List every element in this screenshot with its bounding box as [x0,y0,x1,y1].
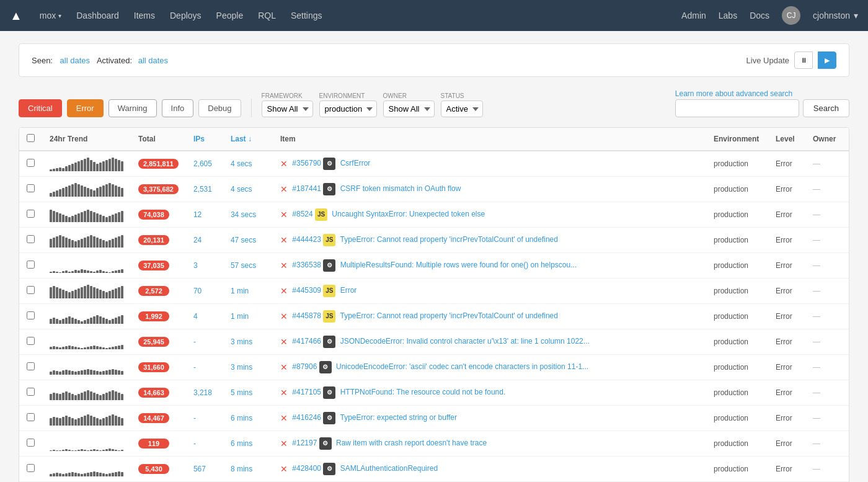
item-link[interactable]: #187441 [292,184,321,193]
learn-more-link[interactable]: Learn more about advanced search [675,89,849,98]
total-cell: 1,992 [131,304,186,329]
owner-select[interactable]: Show All [383,100,435,117]
row-checkbox[interactable] [27,337,35,345]
nav-people[interactable]: People [216,11,244,20]
trend-bar-segment [84,391,86,400]
user-menu[interactable]: cjohnston ▾ [813,11,858,20]
trend-bar-segment [68,417,71,426]
item-link[interactable]: #356790 [292,159,321,167]
filter-warning[interactable]: Warning [108,99,157,117]
row-checkbox[interactable] [27,235,35,243]
filter-critical[interactable]: Critical [19,99,62,117]
row-checkbox[interactable] [27,184,35,192]
nav-deploys[interactable]: Deploys [170,11,202,20]
brand-name[interactable]: mox ▾ [40,11,61,20]
framework-select[interactable]: Show All [262,100,313,117]
pause-button[interactable]: ⏸ [794,51,813,69]
environment-cell: production [706,380,768,406]
item-name-link[interactable]: CsrfError [340,159,371,167]
seen-value[interactable]: all dates [60,56,90,65]
item-platform-icon: ⚙ [319,361,332,373]
trend-cell [42,177,131,202]
item-name-link[interactable]: TypeError: Cannot read property 'incrPre… [340,235,557,244]
nav-rql[interactable]: RQL [258,11,276,20]
play-button[interactable]: ▶ [818,51,836,69]
filter-debug[interactable]: Debug [198,99,241,117]
status-select[interactable]: Active [441,100,483,117]
row-checkbox[interactable] [27,388,35,396]
nav-docs[interactable]: Docs [750,11,769,20]
item-platform-icon: JS [323,285,335,297]
trend-bar-segment [56,393,58,400]
item-name-link[interactable]: Raw item with crash report doesn't have … [336,439,487,447]
row-checkbox[interactable] [27,159,35,167]
error-icon: ✕ [280,311,288,321]
item-link[interactable]: #416246 [292,413,321,422]
header-last[interactable]: Last ↓ [223,128,273,151]
search-input[interactable] [675,99,799,117]
select-all-checkbox[interactable] [27,134,35,142]
level-cell: Error [768,253,805,279]
nav-settings[interactable]: Settings [291,11,322,20]
item-cell: ✕ #12197 ⚙ Raw item with crash report do… [273,431,706,457]
owner-value: — [813,261,820,270]
item-link[interactable]: #428400 [292,464,321,473]
row-checkbox[interactable] [27,464,35,472]
row-checkbox[interactable] [27,413,35,421]
item-link[interactable]: #417466 [292,337,321,346]
row-checkbox[interactable] [27,261,35,269]
row-checkbox[interactable] [27,286,35,294]
last-cell: 5 mins [223,380,273,406]
filter-info[interactable]: Info [162,99,194,117]
trend-bar-segment [115,270,117,273]
trend-bar-segment [53,473,55,476]
item-name-link[interactable]: Uncaught SyntaxError: Unexpected token e… [332,210,485,218]
item-name-link[interactable]: JSONDecodeError: Invalid control charact… [340,337,590,346]
item-name-link[interactable]: Error [340,286,357,295]
trend-bar-segment [56,190,58,197]
row-checkbox[interactable] [27,210,35,218]
item-name-link[interactable]: TypeError: Cannot read property 'incrPre… [340,311,557,320]
nav-items[interactable]: Items [134,11,155,20]
activated-value[interactable]: all dates [138,56,168,65]
item-name-link[interactable]: SAMLAuthenticationRequired [340,464,438,473]
trend-bar-segment [87,158,89,171]
row-checkbox[interactable] [27,439,35,447]
row-checkbox[interactable] [27,311,35,319]
nav-dashboard[interactable]: Dashboard [76,11,119,20]
trend-bar-segment [90,472,92,476]
row-checkbox[interactable] [27,362,35,370]
item-link[interactable]: #12197 [292,439,317,447]
owner-value: — [813,159,820,168]
trend-bar-segment [62,188,64,197]
item-link[interactable]: #417105 [292,388,321,396]
environment-select[interactable]: production [319,100,377,117]
brand-dropdown-icon: ▾ [58,12,61,19]
trend-bar-segment [90,271,92,273]
row-checkbox-cell [19,406,42,431]
trend-bar-segment [74,372,77,375]
ips-cell: - [186,406,223,431]
item-link[interactable]: #445878 [292,311,321,320]
item-name-link[interactable]: UnicodeEncodeError: 'ascii' codec can't … [336,362,588,371]
trend-bar-segment [90,370,92,375]
search-button[interactable]: Search [803,99,849,117]
item-link[interactable]: #8524 [292,210,312,218]
nav-labs[interactable]: Labs [719,11,737,20]
item-name-link[interactable]: TypeError: expected string or buffer [340,413,457,422]
trend-bar-segment [56,168,58,171]
total-cell: 3,375,682 [131,177,186,202]
item-link[interactable]: #445309 [292,286,321,295]
item-name-link[interactable]: MultipleResultsFound: Multiple rows were… [340,261,577,269]
total-badge: 2,851,811 [138,159,179,169]
item-cell: ✕ #187441 ⚙ CSRF token mismatch in OAuth… [273,177,706,202]
item-name-link[interactable]: CSRF token mismatch in OAuth flow [340,184,461,193]
item-link[interactable]: #87906 [292,362,317,371]
header-ips[interactable]: IPs [186,128,223,151]
nav-admin[interactable]: Admin [681,11,706,20]
item-name-link[interactable]: HTTPNotFound: The resource could not be … [340,388,506,396]
item-link[interactable]: #336538 [292,261,321,269]
trend-bar-segment [102,291,105,298]
filter-error[interactable]: Error [67,99,104,117]
item-link[interactable]: #444423 [292,235,321,244]
